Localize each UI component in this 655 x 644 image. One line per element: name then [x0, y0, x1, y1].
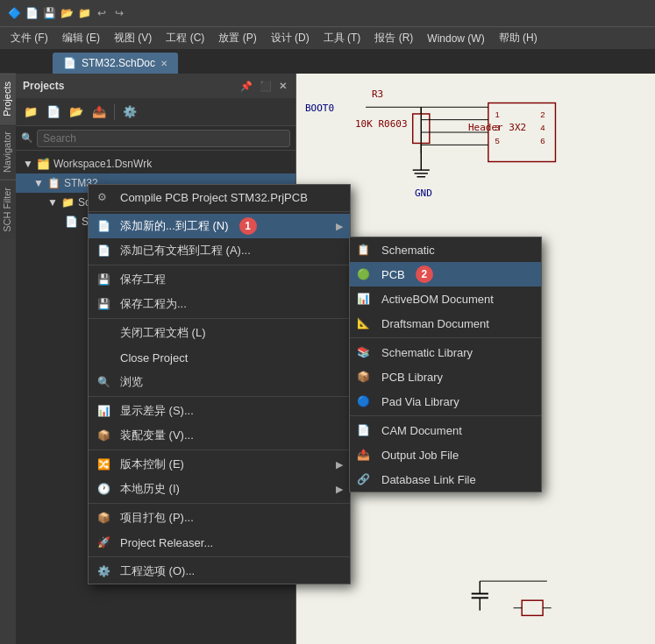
ctx-divider-7: [89, 556, 350, 557]
toolbar-save-btn[interactable]: 📂: [67, 103, 86, 122]
sub-pcb-lib[interactable]: 📦 PCB Library: [350, 364, 541, 389]
ctx-options-label: 工程选项 (O)...: [120, 563, 195, 579]
variants-icon: 📦: [97, 429, 110, 442]
r0603-label: 10K R0603: [355, 118, 408, 130]
sub-divider-1: [350, 337, 541, 338]
ctx-save[interactable]: 💾 保存工程: [89, 267, 350, 292]
version-arrow: ▶: [336, 459, 343, 471]
sub-output-job-label: Output Job File: [381, 449, 459, 462]
sub-activebom-icon: 📊: [357, 293, 370, 305]
source-folder-icon: 📁: [61, 196, 75, 209]
ctx-compile-label: Compile PCB Project STM32.PrjPCB: [120, 191, 308, 204]
version-icon: 🔀: [97, 458, 110, 471]
ctx-project-options[interactable]: ⚙️ 工程选项 (O)...: [89, 559, 350, 584]
menu-view[interactable]: 视图 (V): [107, 29, 159, 47]
sub-draftsman[interactable]: 📐 Draftsman Document: [350, 311, 541, 336]
ctx-close-project[interactable]: Close Project: [89, 345, 350, 370]
ctx-save-as[interactable]: 💾 保存工程为...: [89, 292, 350, 316]
menu-tools[interactable]: 工具 (T): [317, 29, 368, 47]
sub-cam[interactable]: 📄 CAM Document: [350, 418, 541, 442]
tab-schdoc[interactable]: 📄 STM32.SchDoc ✕: [53, 53, 178, 74]
ctx-add-existing-label: 添加已有文档到工程 (A)...: [120, 243, 251, 258]
header3x2-label: Header 3X2: [468, 122, 526, 133]
ctx-version-control[interactable]: 🔀 版本控制 (E) ▶: [89, 452, 350, 477]
add-new-icon: 📄: [97, 220, 110, 232]
ctx-releaser[interactable]: 🚀 Project Releaser...: [89, 530, 350, 555]
sub-db-link[interactable]: 🔗 Database Link File: [350, 467, 541, 492]
pack-icon: 📦: [97, 512, 110, 524]
sub-pad-via-label: Pad Via Library: [381, 395, 459, 408]
sidebar-tab-projects[interactable]: Projects: [0, 74, 16, 124]
ctx-add-existing[interactable]: 📄 添加已有文档到工程 (A)...: [89, 238, 350, 263]
show-diff-icon: 📊: [97, 405, 110, 417]
ctx-add-new[interactable]: 📄 添加新的...到工程 (N) 1 ▶: [89, 214, 350, 238]
ctx-add-new-arrow: ▶: [336, 221, 343, 232]
save-project-icon: 💾: [97, 273, 110, 286]
menu-place[interactable]: 放置 (P): [211, 29, 263, 47]
source-expand-icon: ▼: [47, 196, 58, 209]
menu-design[interactable]: 设计 (D): [264, 29, 317, 47]
ctx-browse[interactable]: 🔍 浏览: [89, 370, 350, 394]
search-input[interactable]: [37, 130, 290, 147]
menu-report[interactable]: 报告 (R): [367, 29, 420, 47]
menu-file[interactable]: 文件 (F): [4, 29, 55, 47]
sub-pad-via[interactable]: 🔵 Pad Via Library: [350, 389, 541, 414]
sidebar-tab-sch-filter[interactable]: SCH Filter: [0, 180, 16, 239]
sidebar-tab-navigator[interactable]: Navigator: [0, 124, 16, 180]
ctx-divider-5: [89, 449, 350, 450]
pin-panel-icon[interactable]: 📌: [239, 79, 254, 94]
menu-bar: 文件 (F) 编辑 (E) 视图 (V) 工程 (C) 放置 (P) 设计 (D…: [0, 26, 655, 49]
menu-edit[interactable]: 编辑 (E): [55, 29, 107, 47]
menu-window[interactable]: Window (W): [420, 31, 491, 46]
panel-toolbar: 📁 📄 📂 📤 ⚙️: [16, 98, 295, 126]
expand-panel-icon[interactable]: ⬛: [258, 79, 274, 94]
undo-icon[interactable]: ↩: [95, 6, 109, 20]
open-icon[interactable]: 📂: [60, 6, 74, 20]
sub-activebom[interactable]: 📊 ActiveBOM Document: [350, 287, 541, 311]
ctx-divider-4: [89, 396, 350, 397]
tab-close-button[interactable]: ✕: [160, 59, 167, 68]
new-file-icon[interactable]: 📄: [25, 6, 39, 20]
tab-label: STM32.SchDoc: [82, 57, 155, 69]
save-as-icon: 💾: [97, 298, 110, 310]
close-panel-icon[interactable]: ✕: [277, 79, 288, 94]
redo-icon[interactable]: ↪: [112, 6, 126, 20]
ctx-pack[interactable]: 📦 项目打包 (P)...: [89, 506, 350, 530]
ctx-close-doc[interactable]: 关闭工程文档 (L): [89, 321, 350, 345]
boot0-label: BOOT0: [305, 103, 334, 114]
compile-icon: ⚙: [97, 191, 107, 203]
tree-workspace[interactable]: ▼ 🗂️ Workspace1.DsnWrk: [16, 154, 295, 173]
menu-project[interactable]: 工程 (C): [159, 29, 211, 47]
ctx-show-diff-label: 显示差异 (S)...: [120, 403, 194, 419]
toolbar-close-btn[interactable]: 📤: [89, 103, 109, 122]
sub-draftsman-label: Draftsman Document: [381, 317, 489, 330]
sub-sch-lib[interactable]: 📚 Schematic Library: [350, 340, 541, 364]
history-arrow: ▶: [336, 484, 343, 495]
toolbar-settings-btn[interactable]: ⚙️: [120, 103, 139, 122]
ctx-compile[interactable]: ⚙ Compile PCB Project STM32.PrjPCB: [89, 185, 350, 209]
ctx-save-label: 保存工程: [120, 272, 166, 287]
sidebar-tabs: Projects Navigator SCH Filter: [0, 74, 16, 644]
options-icon: ⚙️: [97, 565, 110, 577]
save-icon[interactable]: 💾: [42, 6, 56, 20]
sub-sch-lib-icon: 📚: [357, 346, 370, 358]
workspace-file-icon: 🗂️: [37, 158, 50, 170]
sub-output-job[interactable]: 📤 Output Job File: [350, 442, 541, 467]
svg-text:4: 4: [540, 123, 545, 132]
ctx-variants[interactable]: 📦 装配变量 (V)...: [89, 423, 350, 448]
project-icon: 📋: [47, 177, 61, 189]
history-icon: 🕐: [97, 483, 110, 495]
menu-help[interactable]: 帮助 (H): [492, 29, 545, 47]
open-folder-icon[interactable]: 📁: [77, 6, 91, 20]
ctx-local-history[interactable]: 🕐 本地历史 (I) ▶: [89, 477, 350, 501]
toolbar-new-btn[interactable]: 📁: [21, 103, 40, 122]
ctx-close-project-label: Close Project: [120, 351, 188, 364]
ctx-version-label: 版本控制 (E): [120, 456, 184, 472]
sub-pcb[interactable]: 🟢 PCB 2: [350, 262, 541, 287]
sub-output-job-icon: 📤: [357, 449, 370, 461]
sub-pcb-badge: 2: [416, 265, 433, 283]
toolbar-open-btn[interactable]: 📄: [44, 103, 63, 122]
ctx-show-diff[interactable]: 📊 显示差异 (S)...: [89, 399, 350, 423]
sub-schematic[interactable]: 📋 Schematic: [350, 237, 541, 262]
workspace-icon: ▼: [23, 158, 33, 170]
